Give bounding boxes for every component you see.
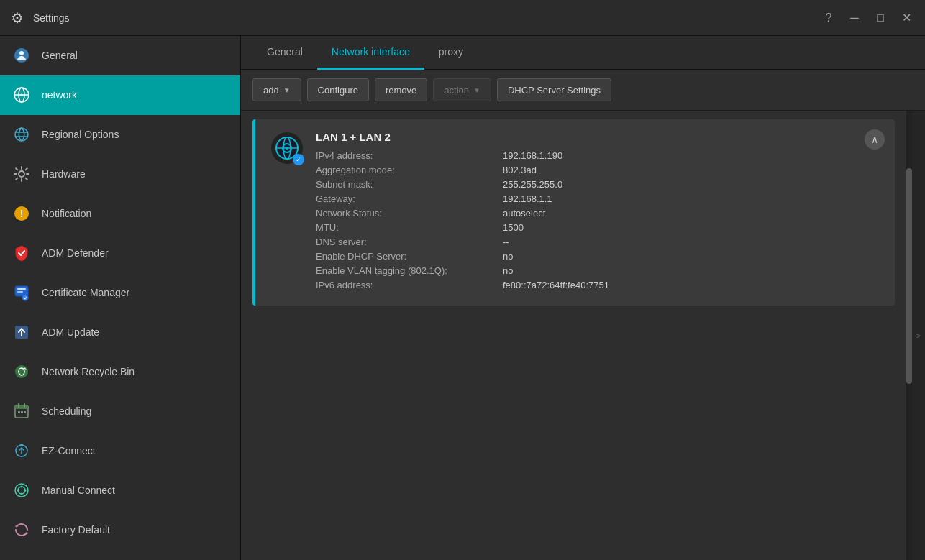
svg-rect-19 (15, 405, 28, 409)
subnet-value: 255.255.255.0 (503, 179, 562, 190)
dhcp-server-settings-button[interactable]: DHCP Server Settings (497, 78, 611, 101)
svg-rect-24 (24, 411, 26, 413)
action-button[interactable]: action ▼ (433, 78, 491, 101)
tab-network-interface[interactable]: Network interface (317, 36, 424, 70)
aggregation-value: 802.3ad (503, 165, 537, 175)
ipv6-label: IPv6 address: (316, 280, 503, 290)
content-area: General Network interface proxy add ▼ Co… (241, 36, 925, 560)
hardware-icon (12, 164, 32, 184)
svg-point-28 (21, 486, 23, 488)
chevron-up-icon: ∧ (871, 134, 878, 145)
tab-general[interactable]: General (252, 36, 317, 70)
sidebar-label-factory-default: Factory Default (42, 524, 110, 536)
content-scrollbar[interactable] (906, 111, 912, 560)
sidebar-item-registration[interactable]: Registration (0, 550, 240, 560)
sidebar-item-manual-connect[interactable]: Manual Connect (0, 471, 240, 510)
scheduling-icon (12, 401, 32, 421)
factory-default-icon (12, 520, 32, 540)
certificate-manager-icon: ✓ (12, 283, 32, 303)
svg-point-29 (21, 493, 23, 495)
window-title: Settings (33, 12, 819, 24)
remove-button[interactable]: remove (375, 78, 427, 101)
sidebar-item-adm-update[interactable]: ADM Update (0, 313, 240, 352)
app-icon: ⚙ (9, 9, 26, 27)
svg-point-40 (286, 147, 288, 150)
title-bar: ⚙ Settings ? ─ □ ✕ (0, 0, 925, 36)
sidebar-item-hardware[interactable]: Hardware (0, 155, 240, 194)
svg-point-30 (17, 490, 19, 492)
network-icon (12, 85, 32, 105)
minimize-button[interactable]: ─ (844, 8, 865, 28)
configure-button[interactable]: Configure (307, 78, 369, 101)
svg-point-17 (15, 365, 28, 378)
svg-rect-12 (17, 291, 23, 293)
sidebar-item-adm-defender[interactable]: ADM Defender (0, 234, 240, 273)
card-collapse-button[interactable]: ∧ (865, 129, 885, 150)
sidebar-label-adm-defender: ADM Defender (42, 247, 109, 259)
vlan-label: Enable VLAN tagging (802.1Q): (316, 265, 503, 276)
network-detail-mtu: MTU: 1500 (316, 222, 883, 233)
sidebar-item-network[interactable]: network (0, 75, 240, 115)
right-edge-icon: > (916, 331, 921, 340)
network-detail-vlan: Enable VLAN tagging (802.1Q): no (316, 265, 883, 276)
tab-proxy[interactable]: proxy (424, 36, 478, 70)
svg-point-1 (19, 51, 24, 55)
close-button[interactable]: ✕ (896, 8, 916, 28)
network-recycle-bin-icon (12, 362, 32, 382)
network-detail-gateway: Gateway: 192.168.1.1 (316, 193, 883, 204)
network-detail-aggregation: Aggregation mode: 802.3ad (316, 165, 883, 175)
sidebar-label-adm-update: ADM Update (42, 326, 99, 338)
network-detail-status: Network Status: autoselect (316, 208, 883, 219)
regional-options-icon (12, 124, 32, 144)
network-card-name: LAN 1 + LAN 2 (316, 131, 883, 143)
scrollbar-thumb[interactable] (906, 168, 912, 384)
sidebar-label-regional: Regional Options (42, 129, 119, 140)
ipv6-value: fe80::7a72:64ff:fe40:7751 (503, 280, 609, 290)
svg-point-6 (15, 128, 28, 141)
dhcp-enable-label: Enable DHCP Server: (316, 251, 503, 262)
svg-text:!: ! (20, 208, 24, 219)
adm-update-icon (12, 322, 32, 342)
notification-icon: ! (12, 203, 32, 224)
svg-point-31 (24, 490, 27, 492)
toolbar: add ▼ Configure remove action ▼ DHCP Ser… (241, 70, 925, 111)
svg-rect-16 (21, 331, 22, 336)
network-detail-ipv4: IPv4 address: 192.168.1.190 (316, 150, 883, 161)
sidebar-label-ez-connect: EZ-Connect (42, 445, 96, 456)
sidebar-item-notification[interactable]: ! Notification (0, 194, 240, 234)
maximize-button[interactable]: □ (870, 8, 890, 28)
add-chevron-icon: ▼ (283, 86, 291, 94)
sidebar-label-manual-connect: Manual Connect (42, 485, 115, 496)
gateway-value: 192.168.1.1 (503, 193, 552, 204)
manual-connect-icon (12, 480, 32, 500)
tabs-bar: General Network interface proxy (241, 36, 925, 70)
sidebar-label-cert-manager: Certificate Manager (42, 287, 129, 298)
sidebar-item-scheduling[interactable]: Scheduling (0, 392, 240, 431)
network-detail-dhcp: Enable DHCP Server: no (316, 251, 883, 262)
help-button[interactable]: ? (819, 8, 839, 28)
svg-rect-11 (17, 288, 26, 290)
add-button[interactable]: add ▼ (252, 78, 301, 101)
sidebar-label-recycle-bin: Network Recycle Bin (42, 366, 135, 377)
mtu-label: MTU: (316, 222, 503, 233)
sidebar-item-general[interactable]: General (0, 36, 240, 75)
adm-defender-icon (12, 243, 32, 263)
sidebar-item-regional-options[interactable]: Regional Options (0, 115, 240, 155)
sidebar-label-hardware: Hardware (42, 168, 86, 180)
sidebar-label-network: network (42, 89, 77, 101)
dns-value: -- (503, 237, 509, 247)
sidebar-label-notification: Notification (42, 208, 91, 219)
network-status-label: Network Status: (316, 208, 503, 219)
network-detail-subnet: Subnet mask: 255.255.255.0 (316, 179, 883, 190)
sidebar-item-factory-default[interactable]: Factory Default (0, 510, 240, 550)
sidebar-item-certificate-manager[interactable]: ✓ Certificate Manager (0, 273, 240, 313)
sidebar-item-network-recycle-bin[interactable]: Network Recycle Bin (0, 352, 240, 392)
action-chevron-icon: ▼ (473, 86, 480, 94)
svg-text:✓: ✓ (24, 296, 27, 300)
sidebar-item-ez-connect[interactable]: EZ-Connect (0, 431, 240, 471)
subnet-label: Subnet mask: (316, 179, 503, 190)
ipv4-value: 192.168.1.190 (503, 150, 562, 161)
ipv4-label: IPv4 address: (316, 150, 503, 161)
right-edge-indicator[interactable]: > (912, 111, 925, 560)
sidebar-label-general: General (42, 50, 78, 61)
